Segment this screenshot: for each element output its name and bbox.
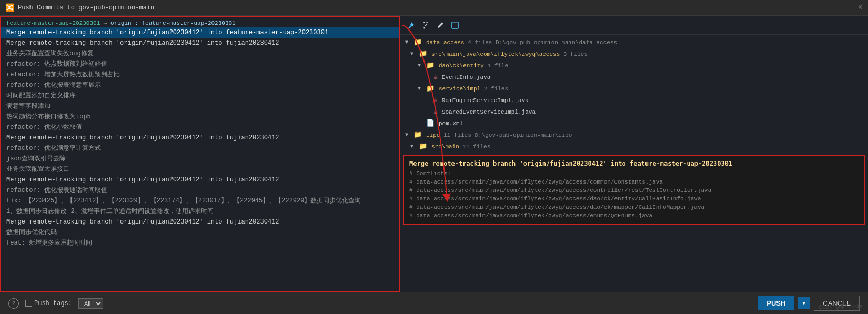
commit-item[interactable]: Merge remote-tracking branch 'origin/fuj…	[1, 38, 399, 48]
tree-folder-dao-entity[interactable]: ▼ 📁 dao\ck\entity 1 file	[400, 60, 868, 72]
commit-item[interactable]: refactor: 优化报表通话时间取值	[1, 185, 399, 196]
app-icon: 🔀	[5, 4, 14, 12]
chevron-icon: ▼	[418, 61, 424, 70]
folder-label: src\main 11 files	[431, 142, 490, 151]
push-button[interactable]: PUSH	[758, 296, 794, 310]
local-branch: feature-master-uap-20230301	[6, 20, 100, 26]
folder-label: src\main\java\com\iflytek\zwyq\access 3 …	[431, 49, 588, 59]
close-button[interactable]: ×	[857, 4, 863, 12]
tree-folder-src-main-iipo[interactable]: ▼ 📁 src\main 11 files	[400, 141, 868, 153]
toolbar-icons-right	[836, 19, 863, 31]
conflict-file: # data-access/src/main/java/com/iflytek/…	[409, 195, 859, 203]
chevron-icon: ▼	[405, 130, 411, 140]
svg-rect-0	[452, 22, 458, 28]
edit-button[interactable]	[435, 19, 446, 31]
branch-arrow: →	[104, 20, 110, 26]
conflict-file: # data-access/src/main/java/com/iflytek/…	[409, 186, 859, 195]
commit-list-panel[interactable]: feature-master-uap-20230301 → origin : f…	[0, 16, 400, 292]
main-content: feature-master-uap-20230301 → origin : f…	[0, 16, 868, 292]
title-bar: 🔀 Push Commits to gov-pub-opinion-main ×	[0, 0, 868, 16]
bottom-left-controls: ? Push tags: All	[8, 298, 103, 309]
tree-file-soared[interactable]: ▼ ☕ SoaredEventServiceImpl.java	[400, 106, 868, 118]
commit-item[interactable]: Merge remote-tracking branch 'origin/fuj…	[1, 27, 399, 38]
collapse-all-button[interactable]	[836, 19, 848, 31]
folder-label: service\impl 2 files	[439, 84, 508, 94]
commit-item[interactable]: refactor: 热点数据预判给初始值	[1, 59, 399, 69]
chevron-icon: ▼	[410, 49, 417, 59]
expand-all-button[interactable]	[851, 19, 863, 31]
bottom-bar: ? Push tags: All PUSH ▼ CANCEL	[0, 292, 868, 314]
tree-folder-data-access[interactable]: ▼ 📁 data-access 4 files D:\gov-pub-opini…	[400, 37, 868, 48]
chevron-icon: ▼	[418, 84, 424, 94]
pin-button[interactable]	[405, 19, 417, 31]
commit-item[interactable]: 时间配置添加自定义排序	[1, 90, 399, 101]
right-panel: ▼ 📁 data-access 4 files D:\gov-pub-opini…	[400, 16, 868, 292]
file-label: SoaredEventServiceImpl.java	[442, 107, 536, 117]
push-tags-control: Push tags:	[25, 300, 72, 307]
push-tags-checkbox[interactable]	[25, 300, 32, 307]
commit-item[interactable]: 数据同步优化代码	[1, 227, 399, 238]
push-tags-select[interactable]: All	[78, 298, 103, 309]
commit-item[interactable]: fix: 【223425】、【223412】、【223329】、【223174】…	[1, 196, 399, 206]
conflict-file: # data-access/src/main/java/com/iflytek/…	[409, 178, 859, 186]
tree-folder-iipo[interactable]: ▼ 📁 iipo 11 files D:\gov-pub-opinion-mai…	[400, 129, 868, 141]
tree-folder-service-impl[interactable]: ▼ 📁 service\impl 2 files	[400, 83, 868, 95]
conflict-file: # data-access/src/main/java/com/iflytek/…	[409, 203, 859, 211]
conflicts-header: # Conflicts:	[409, 170, 859, 177]
right-toolbar	[400, 16, 868, 35]
commit-item[interactable]: 业务关联配置大屏接口	[1, 164, 399, 175]
chevron-icon: ▼	[405, 38, 411, 47]
tree-file-eventinfo[interactable]: ▼ ☕ EventInfo.java	[400, 72, 868, 83]
commit-preview-title: Merge remote-tracking branch 'origin/fuj…	[409, 160, 859, 167]
chevron-icon: ▼	[410, 142, 417, 151]
commit-item[interactable]: Merge remote-tracking branch 'origin/fuj…	[1, 217, 399, 227]
commit-item[interactable]: 业务关联配置查询失效bug修复	[1, 48, 399, 59]
remote-branch: origin : feature-master-uap-20230301	[110, 20, 236, 26]
commit-item[interactable]: refactor: 优化满意率计算方式	[1, 143, 399, 154]
commit-item[interactable]: refactor: 优化小数取值	[1, 122, 399, 133]
folder-label: dao\ck\entity 1 file	[439, 61, 508, 70]
tree-file-pom[interactable]: ▼ 📄 pom.xml	[400, 118, 868, 129]
folder-label: iipo 11 files D:\gov-pub-opinion-main\ii…	[426, 130, 572, 140]
file-tree[interactable]: ▼ 📁 data-access 4 files D:\gov-pub-opini…	[400, 35, 868, 292]
commit-item[interactable]: feat: 新增更多应用超时时间	[1, 238, 399, 248]
folder-label: data-access 4 files D:\gov-pub-opinion-m…	[426, 38, 617, 47]
commit-item[interactable]: 热词趋势分布接口修改为top5	[1, 112, 399, 122]
push-dropdown-button[interactable]: ▼	[798, 297, 810, 309]
commit-item[interactable]: Merge remote-tracking branch 'origin/fuj…	[1, 175, 399, 185]
toolbar-icons-left	[405, 19, 461, 31]
help-button[interactable]: ?	[8, 298, 19, 309]
file-label: RqiEngineServiceImpl.java	[442, 96, 529, 105]
commit-item[interactable]: Merge remote-tracking branch 'origin/fuj…	[1, 133, 399, 143]
file-label: pom.xml	[439, 119, 463, 128]
branch-button[interactable]	[420, 19, 431, 31]
watermark: CSDN @重写小林	[819, 303, 863, 311]
branch-info: feature-master-uap-20230301 → origin : f…	[1, 19, 399, 27]
conflict-file: # data-access/src/main/java/com/iflytek/…	[409, 211, 859, 220]
tree-file-rqi[interactable]: ▼ ☕ RqiEngineServiceImpl.java	[400, 95, 868, 106]
tree-folder-src-main[interactable]: ▼ 📁 src\main\java\com\iflytek\zwyq\acces…	[400, 48, 868, 60]
file-label: EventInfo.java	[442, 73, 490, 82]
commit-item[interactable]: json查询双引号去除	[1, 154, 399, 164]
commit-item[interactable]: refactor: 优化报表满意率展示	[1, 80, 399, 90]
commit-message-preview: Merge remote-tracking branch 'origin/fuj…	[403, 155, 865, 225]
push-tags-label: Push tags:	[34, 300, 72, 307]
window-title: Push Commits to gov-pub-opinion-main	[18, 4, 863, 12]
package-button[interactable]	[449, 19, 461, 31]
commit-item[interactable]: 满意率字段添加	[1, 101, 399, 112]
commit-item[interactable]: refactor: 增加大屏热点数据预判占比	[1, 69, 399, 80]
commit-item[interactable]: 1、数据同步日志修改 2、激增事件工单通话时间设置修改，使用诉求时间	[1, 206, 399, 217]
